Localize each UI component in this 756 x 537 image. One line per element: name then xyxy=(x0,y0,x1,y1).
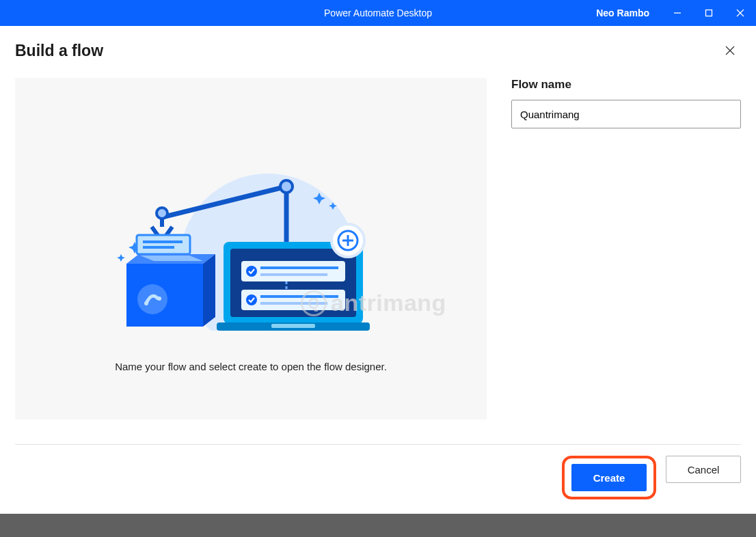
minimize-button[interactable] xyxy=(662,0,693,26)
minimize-icon xyxy=(673,8,682,18)
dialog-footer: Create Cancel xyxy=(0,445,756,513)
build-flow-dialog: Build a flow xyxy=(0,26,756,513)
create-button[interactable]: Create xyxy=(571,464,647,491)
maximize-button[interactable] xyxy=(693,0,725,26)
svg-rect-1 xyxy=(706,10,712,16)
svg-marker-22 xyxy=(203,254,215,327)
user-name[interactable]: Neo Rambo xyxy=(596,8,662,18)
dialog-close-button[interactable] xyxy=(719,40,741,61)
svg-point-16 xyxy=(157,208,167,219)
close-icon xyxy=(725,45,735,56)
dialog-body: Name your flow and select create to open… xyxy=(0,67,756,419)
flow-name-input[interactable] xyxy=(511,100,741,128)
form-panel: Flow name xyxy=(511,78,741,419)
background-strip xyxy=(0,514,756,537)
flow-name-label: Flow name xyxy=(511,78,741,92)
cancel-button[interactable]: Cancel xyxy=(666,456,741,483)
dialog-title: Build a flow xyxy=(15,42,103,60)
svg-point-25 xyxy=(144,301,148,305)
window-close-button[interactable] xyxy=(725,0,756,26)
maximize-icon xyxy=(705,9,713,17)
svg-point-24 xyxy=(137,284,167,314)
close-icon xyxy=(735,8,745,18)
svg-rect-30 xyxy=(271,324,315,328)
svg-point-14 xyxy=(280,180,293,193)
illustration-caption: Name your flow and select create to open… xyxy=(115,361,387,372)
illustration-panel: Name your flow and select create to open… xyxy=(15,78,487,419)
svg-point-26 xyxy=(157,297,161,301)
flow-illustration xyxy=(114,153,388,333)
svg-point-32 xyxy=(246,266,257,277)
svg-marker-11 xyxy=(117,254,125,262)
app-title: Power Automate Desktop xyxy=(324,8,432,18)
title-bar: Power Automate Desktop Neo Rambo xyxy=(0,0,756,26)
create-button-highlight: Create xyxy=(562,456,656,499)
svg-rect-17 xyxy=(137,235,190,254)
dialog-header: Build a flow xyxy=(0,26,756,67)
svg-point-36 xyxy=(246,294,257,305)
